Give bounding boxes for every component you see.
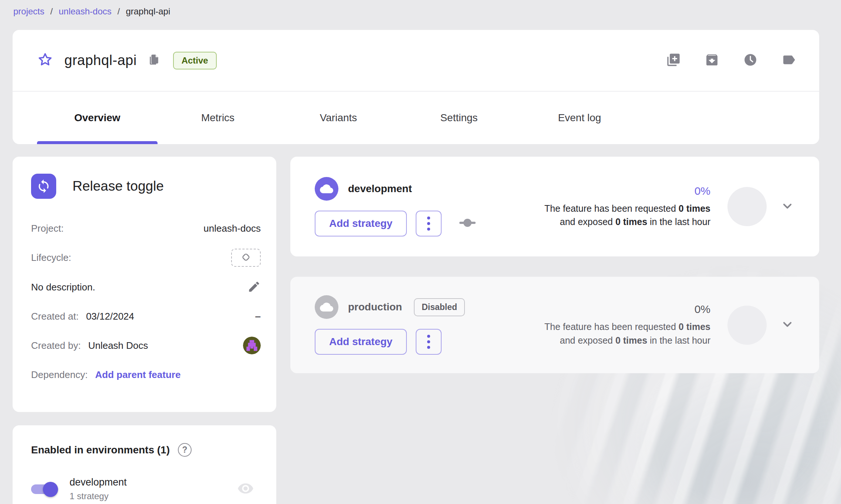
description-row: No description.	[31, 278, 261, 296]
tag-icon	[781, 52, 796, 68]
page-title: graphql-api	[64, 52, 137, 68]
created-at-label: Created at:	[31, 311, 79, 322]
tab-event-log[interactable]: Event log	[519, 92, 640, 144]
copy-feature-button[interactable]	[666, 52, 681, 68]
breadcrumb-separator: /	[117, 6, 120, 17]
lifecycle-row: Lifecycle:	[31, 249, 261, 267]
created-at-row: Created at: 03/12/2024 –	[31, 307, 261, 325]
tab-bar: Overview Metrics Variants Settings Event…	[13, 92, 819, 144]
tags-button[interactable]	[781, 52, 796, 68]
description-text: No description.	[31, 282, 95, 293]
cloud-icon	[315, 177, 338, 201]
clock-icon	[743, 52, 758, 68]
chevron-down-icon	[780, 327, 795, 333]
environment-card-production: production Disabled Add strategy	[290, 277, 819, 373]
breadcrumb-current: graphql-api	[126, 6, 170, 17]
environment-strategy-count: 1 strategy	[70, 491, 127, 501]
expand-environment-button[interactable]	[778, 197, 796, 216]
question-mark-icon: ?	[182, 445, 187, 455]
feature-header-card: graphql-api Active	[13, 30, 819, 144]
created-by-row: Created by: Unleash Docs	[31, 337, 261, 354]
feature-details-card: Release toggle Project: unleash-docs Lif…	[13, 157, 276, 412]
copy-name-button[interactable]	[147, 54, 160, 67]
enabled-environments-card: Enabled in environments (1) ? developmen…	[13, 425, 276, 504]
enabled-environments-title: Enabled in environments (1)	[31, 444, 170, 456]
add-strategy-button[interactable]: Add strategy	[315, 329, 407, 355]
metrics-line-2: and exposed 0 times in the last hour	[560, 334, 710, 347]
created-by-value: Unleash Docs	[88, 340, 148, 351]
kebab-icon	[427, 346, 430, 349]
add-strategy-button[interactable]: Add strategy	[315, 211, 407, 236]
dependency-label: Dependency:	[31, 369, 88, 381]
breadcrumb-projects[interactable]: projects	[13, 6, 44, 17]
expand-environment-button[interactable]	[778, 316, 796, 334]
disabled-badge: Disabled	[414, 298, 465, 316]
metrics-donut-placeholder	[727, 187, 767, 226]
created-at-value: 03/12/2024	[86, 311, 134, 322]
tab-settings[interactable]: Settings	[399, 92, 519, 144]
copy-icon	[147, 54, 160, 67]
kebab-icon	[427, 335, 430, 338]
tab-overview[interactable]: Overview	[37, 92, 158, 144]
archive-icon	[705, 52, 719, 68]
star-icon	[37, 52, 53, 69]
feature-title-row: graphql-api Active	[13, 30, 819, 92]
kebab-icon	[427, 340, 430, 343]
metrics-line-2: and exposed 0 times in the last hour	[560, 215, 710, 228]
library-add-icon	[666, 52, 681, 68]
header-actions	[666, 52, 796, 68]
exposure-percent: 0%	[695, 303, 710, 316]
dependency-row: Dependency: Add parent feature	[31, 366, 261, 384]
environment-summary-row: development 1 strategy	[31, 477, 261, 501]
project-row: Project: unleash-docs	[31, 219, 261, 237]
more-actions-button[interactable]	[416, 211, 442, 236]
status-badge: Active	[173, 52, 217, 69]
metrics-line-1: The feature has been requested 0 times	[544, 320, 710, 333]
breadcrumb-project[interactable]: unleash-docs	[59, 6, 112, 17]
tab-variants[interactable]: Variants	[278, 92, 399, 144]
kebab-icon	[427, 217, 430, 219]
environment-name: development	[70, 477, 127, 488]
lifecycle-diamond-icon	[240, 251, 252, 265]
pencil-icon	[247, 280, 261, 294]
empty-value-dash: –	[255, 310, 261, 322]
lifecycle-label: Lifecycle:	[31, 252, 71, 263]
metrics-line-1: The feature has been requested 0 times	[544, 202, 710, 215]
lifecycle-stage-chip[interactable]	[231, 249, 261, 267]
toggle-knob	[43, 482, 58, 497]
environment-card-title: production	[348, 301, 402, 313]
kebab-icon	[427, 228, 430, 231]
release-toggle-icon	[31, 174, 56, 199]
project-value: unleash-docs	[203, 223, 261, 234]
tab-metrics[interactable]: Metrics	[158, 92, 278, 144]
eye-icon	[237, 480, 254, 498]
more-actions-button[interactable]	[416, 329, 442, 355]
exposure-percent: 0%	[695, 185, 710, 197]
chevron-down-icon	[780, 209, 795, 215]
add-parent-feature-button[interactable]: Add parent feature	[95, 369, 180, 381]
timeline-node-icon	[459, 218, 476, 229]
visibility-button[interactable]	[237, 480, 254, 498]
edit-description-button[interactable]	[247, 280, 261, 294]
cloud-icon	[315, 295, 338, 319]
environment-card-title: development	[348, 183, 412, 195]
environment-toggle[interactable]	[31, 480, 59, 498]
history-button[interactable]	[743, 52, 758, 68]
release-plan-button[interactable]	[459, 218, 476, 229]
avatar	[243, 337, 261, 354]
metrics-donut-placeholder	[727, 306, 767, 345]
help-button[interactable]: ?	[178, 443, 192, 457]
kebab-icon	[427, 222, 430, 225]
breadcrumb: projects / unleash-docs / graphql-api	[13, 4, 170, 19]
created-by-label: Created by:	[31, 340, 81, 351]
breadcrumb-separator: /	[50, 6, 53, 17]
favorite-star-button[interactable]	[37, 52, 53, 69]
feature-type-title: Release toggle	[72, 178, 164, 194]
project-label: Project:	[31, 223, 64, 234]
archive-feature-button[interactable]	[705, 52, 719, 68]
environment-card-development: development Add strategy	[290, 157, 819, 256]
